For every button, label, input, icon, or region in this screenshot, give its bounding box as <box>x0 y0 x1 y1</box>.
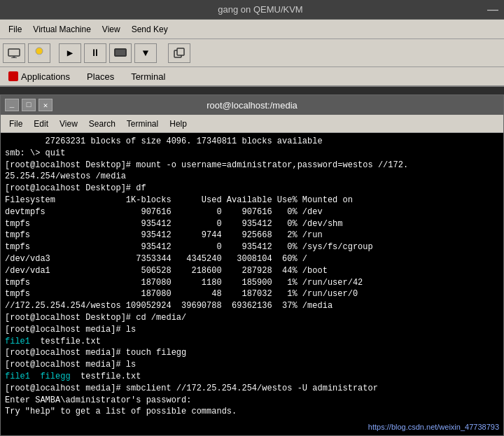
terminal-maximize-btn[interactable]: □ <box>22 99 36 111</box>
term-line-15: //172.25.254.254/westos 109052924 396907… <box>5 300 499 312</box>
svg-point-3 <box>36 48 43 55</box>
app-menu-terminal[interactable]: Terminal <box>122 67 174 85</box>
dropdown-arrow-icon[interactable]: ▼ <box>134 43 157 63</box>
ls-item-file1: file1 <box>5 337 30 346</box>
terminal-menu-view[interactable]: View <box>54 118 83 130</box>
app-icon <box>8 71 18 81</box>
term-line-12: /dev/vda1 506528 218600 287928 44% /boot <box>5 265 499 277</box>
qemu-title: gang on QEMU/KVM <box>34 4 487 15</box>
svg-rect-8 <box>177 48 184 55</box>
ls-item-file1-2: file1 <box>5 372 30 381</box>
terminal-minimize-btn[interactable]: _ <box>5 99 19 111</box>
term-line-17: [root@localhost media]# ls <box>5 324 499 336</box>
screen-icon[interactable] <box>109 43 132 63</box>
terminal-window-controls: _ □ ✕ <box>5 99 52 111</box>
term-line-13: tmpfs 187080 1180 185900 1% /run/user/42 <box>5 277 499 289</box>
term-line-19: [root@localhost media]# ls <box>5 359 499 371</box>
term-line-7: devtmpfs 907616 0 907616 0% /dev <box>5 206 499 218</box>
qemu-menu-view[interactable]: View <box>97 23 126 36</box>
terminal-menu-edit[interactable]: Edit <box>28 118 54 130</box>
qemu-menu-sendkey[interactable]: Send Key <box>126 23 174 36</box>
ls-item-testfile2: testfile.txt <box>80 372 141 381</box>
terminal-menu-file[interactable]: File <box>4 118 28 130</box>
svg-rect-5 <box>115 49 126 56</box>
svg-rect-1 <box>13 56 15 57</box>
term-line-22: Try "help" to get a list of possible com… <box>5 406 499 418</box>
pause-icon[interactable]: ⏸ <box>84 43 106 63</box>
close-icon[interactable]: — <box>487 3 498 16</box>
app-menu-applications[interactable]: Applications <box>0 67 78 85</box>
svg-rect-0 <box>8 49 20 56</box>
term-line-18: [root@localhost media]# touch filegg <box>5 347 499 359</box>
terminal-menu-terminal[interactable]: Terminal <box>121 118 164 130</box>
term-line-10: tmpfs 935412 0 935412 0% /sys/fs/cgroup <box>5 241 499 253</box>
term-line-16: [root@localhost Desktop]# cd /media/ <box>5 312 499 324</box>
terminal-window: _ □ ✕ root@localhost:/media File Edit Vi… <box>0 94 504 436</box>
term-line-2: smb: \> quit <box>5 148 499 160</box>
term-line-ls1: file1 testfile.txt <box>5 336 499 348</box>
term-line-11: /dev/vda3 7353344 4345240 3008104 60% / <box>5 253 499 265</box>
ls-item-filegg: filegg <box>40 372 70 381</box>
app-menu-bar: Applications Places Terminal <box>0 67 504 87</box>
terminal-close-btn[interactable]: ✕ <box>38 99 52 111</box>
terminal-titlebar: _ □ ✕ root@localhost:/media <box>1 95 503 115</box>
qemu-menu-file[interactable]: File <box>3 23 27 36</box>
app-menu-places[interactable]: Places <box>78 67 122 85</box>
terminal-title: root@localhost:/media <box>52 100 451 111</box>
term-line-20: [root@localhost media]# smbclient //172.… <box>5 383 499 395</box>
svg-rect-2 <box>11 57 17 58</box>
ls-item-testfile1: testfile.txt <box>40 337 100 346</box>
terminal-menu-help[interactable]: Help <box>164 118 192 130</box>
clone-icon[interactable] <box>168 43 190 63</box>
terminal-menu-bar: File Edit View Search Terminal Help <box>1 115 503 133</box>
terminal-menu-search[interactable]: Search <box>83 118 121 130</box>
qemu-menu-vm[interactable]: Virtual Machine <box>27 23 97 36</box>
svg-rect-4 <box>38 55 41 57</box>
watermark-link: https://blog.csdn.net/weixin_47738793 <box>368 422 499 433</box>
term-line-5: [root@localhost Desktop]# df <box>5 183 499 195</box>
term-line-1: 27263231 blocks of size 4096. 17340811 b… <box>5 136 499 148</box>
term-line-6: Filesystem 1K-blocks Used Available Use%… <box>5 195 499 206</box>
term-line-21: Enter SAMBA\administrator's password: <box>5 395 499 407</box>
term-line-ls2: file1 filegg testfile.txt <box>5 371 499 383</box>
toolbar: ▶ ⏸ ▼ <box>0 39 504 67</box>
terminal-content[interactable]: 27263231 blocks of size 4096. 17340811 b… <box>1 133 503 435</box>
lightbulb-icon[interactable] <box>28 43 50 63</box>
qemu-title-bar: gang on QEMU/KVM — <box>0 0 504 20</box>
term-line-8: tmpfs 935412 0 935412 0% /dev/shm <box>5 218 499 230</box>
monitor-icon[interactable] <box>3 43 25 63</box>
term-line-3: [root@localhost Desktop]# mount -o usern… <box>5 160 499 171</box>
play-icon[interactable]: ▶ <box>59 43 81 63</box>
term-line-14: tmpfs 187080 48 187032 1% /run/user/0 <box>5 288 499 300</box>
term-line-4: 25.254.254/westos /media <box>5 171 499 183</box>
term-line-9: tmpfs 935412 9744 925668 2% /run <box>5 230 499 241</box>
qemu-menu-bar: File Virtual Machine View Send Key <box>0 20 504 39</box>
